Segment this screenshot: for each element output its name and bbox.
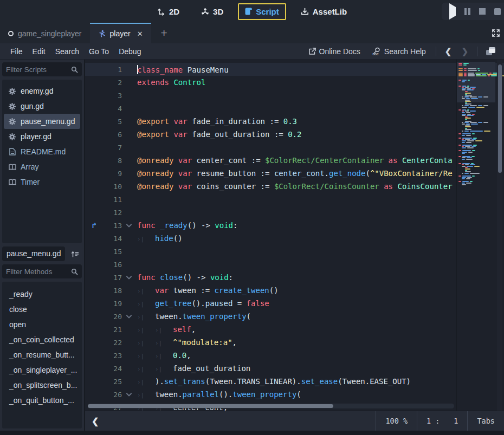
scene-tab-game-singleplayer[interactable]: game_singleplayer — [0, 23, 90, 43]
filter-methods-input[interactable] — [6, 268, 69, 276]
indent-type[interactable]: Tabs — [467, 411, 504, 431]
script-item-gun-gd[interactable]: gun.gd — [4, 99, 80, 114]
stop-button[interactable] — [479, 8, 486, 15]
cursor-separator: : — [435, 417, 440, 425]
zoom-level[interactable]: 100 % — [376, 411, 417, 431]
fold-arrow-icon[interactable] — [122, 276, 136, 280]
menu-item-edit[interactable]: Edit — [28, 47, 50, 56]
code-line-22[interactable]: 22›|›|^"modulate:a", — [85, 336, 504, 349]
play-button[interactable] — [449, 7, 456, 16]
fold-arrow-icon[interactable] — [122, 393, 136, 397]
search-help-label: Search Help — [384, 47, 426, 56]
online-docs-button[interactable]: Online Docs — [304, 47, 365, 56]
filter-scripts-input[interactable] — [6, 66, 69, 74]
code-line-20[interactable]: 20›|tween.tween_property( — [85, 310, 504, 323]
code-text: ›|).set_trans(Tween.TRANS_LINEAR).set_ea… — [137, 377, 411, 386]
nav-assetlib-button[interactable]: AssetLib — [294, 3, 354, 20]
code-line-12[interactable]: 12 — [85, 206, 504, 219]
line-number: 11 — [100, 196, 122, 204]
vertical-scrollbar[interactable] — [497, 60, 502, 411]
method-item-_on_quit_button_[interactable]: _on_quit_button_... — [4, 393, 80, 408]
tab-indent-mark: ›| — [137, 392, 155, 399]
search-icon — [71, 66, 78, 73]
cursor-position[interactable]: 1 :1 — [417, 411, 467, 431]
menu-item-search[interactable]: Search — [50, 47, 84, 56]
scene-tab-player[interactable]: player ✕ — [90, 23, 151, 43]
tab-close-icon[interactable]: ✕ — [137, 30, 143, 38]
script-item-array[interactable]: Array — [4, 159, 80, 174]
tab-indent-mark: ›| — [137, 314, 155, 321]
menu-item-file[interactable]: File — [5, 47, 28, 56]
method-item-_on_coin_collected[interactable]: _on_coin_collected — [4, 332, 80, 347]
nav-3d-button[interactable]: 3D — [194, 3, 230, 20]
method-item-_on_singleplayer_[interactable]: _on_singleplayer_... — [4, 362, 80, 378]
line-number: 26 — [100, 391, 122, 399]
nav-script-button[interactable]: Script — [238, 3, 286, 20]
code-line-5[interactable]: 5@export var fade_in_duration := 0.3 — [85, 115, 504, 128]
fold-arrow-icon[interactable] — [122, 315, 136, 319]
method-item-_ready[interactable]: _ready — [4, 287, 80, 302]
movie-mode-button[interactable] — [494, 8, 501, 15]
minimap-row — [462, 166, 480, 167]
code-line-16[interactable]: 16 — [85, 258, 504, 271]
code-line-25[interactable]: 25›|).set_trans(Tween.TRANS_LINEAR).set_… — [85, 375, 504, 388]
script-item-readme-md[interactable]: README.md — [4, 144, 80, 159]
line-number: 19 — [100, 300, 122, 308]
expand-editor-icon[interactable] — [492, 29, 500, 37]
code-line-10[interactable]: 10@onready var coins_counter := $ColorRe… — [85, 180, 504, 193]
code-line-3[interactable]: 3 — [85, 89, 504, 102]
code-line-18[interactable]: 18›|var tween := create_tween() — [85, 284, 504, 297]
minimap-row — [458, 70, 480, 71]
code-line-2[interactable]: 2extends Control — [85, 76, 504, 89]
tab-indent-mark: ›| — [137, 366, 155, 373]
menu-item-go-to[interactable]: Go To — [84, 47, 114, 56]
horizontal-scrollbar[interactable] — [88, 404, 454, 408]
code-line-7[interactable]: 7 — [85, 141, 504, 154]
code-line-24[interactable]: 24›|›|fade_out_duration — [85, 362, 504, 375]
history-back-button[interactable]: ❮ — [442, 47, 455, 56]
vertical-scrollbar-thumb[interactable] — [498, 64, 502, 173]
collapse-scripts-panel-button[interactable]: ❮ — [92, 416, 99, 426]
code-line-21[interactable]: 21›|›|self, — [85, 323, 504, 336]
make-floating-icon[interactable] — [486, 47, 495, 55]
code-text: ›|get_tree().paused = false — [137, 299, 269, 308]
code-line-4[interactable]: 4 — [85, 102, 504, 115]
script-item-timer[interactable]: Timer — [4, 174, 80, 190]
gear-icon — [8, 118, 16, 125]
code-line-23[interactable]: 23›|›|0.0, — [85, 349, 504, 362]
code-line-11[interactable]: 11 — [85, 193, 504, 206]
code-line-14[interactable]: 14›|hide() — [85, 232, 504, 245]
code-line-1[interactable]: 1class_name PauseMenu — [85, 63, 504, 76]
script-item-pause-menu-gd[interactable]: pause_menu.gd — [4, 114, 80, 129]
code-line-13[interactable]: ↱13func _ready() -> void: — [85, 219, 504, 232]
code-line-19[interactable]: 19›|get_tree().paused = false — [85, 297, 504, 310]
sort-methods-button[interactable] — [68, 247, 82, 261]
script-item-player-gd[interactable]: player.gd — [4, 129, 80, 144]
signal-connection-icon[interactable]: ↱ — [88, 221, 100, 230]
menu-item-debug[interactable]: Debug — [114, 47, 146, 56]
code-line-8[interactable]: 8@onready var center_cont := $ColorRect/… — [85, 154, 504, 167]
method-item-open[interactable]: open — [4, 317, 80, 332]
history-forward-button[interactable]: ❯ — [458, 47, 471, 56]
code-line-9[interactable]: 9@onready var resume_button := center_co… — [85, 167, 504, 180]
method-item-_on_resume_butt[interactable]: _on_resume_butt... — [4, 347, 80, 362]
search-help-button[interactable]: DOC Search Help — [368, 47, 430, 56]
horizontal-scrollbar-thumb[interactable] — [88, 404, 333, 408]
code-line-26[interactable]: 26›|tween.parallel().tween_property( — [85, 388, 504, 401]
code-line-17[interactable]: 17func close() -> void: — [85, 271, 504, 284]
code-editor[interactable]: 1class_name PauseMenu2extends Control345… — [85, 60, 504, 411]
minimap[interactable] — [456, 60, 495, 411]
statusbar-right: 100 % 1 :1 Tabs — [376, 411, 504, 431]
script-item-enemy-gd[interactable]: enemy.gd — [4, 83, 80, 99]
line-number: 23 — [100, 352, 122, 360]
method-item-close[interactable]: close — [4, 302, 80, 317]
fold-arrow-icon[interactable] — [122, 224, 136, 228]
code-line-6[interactable]: 6@export var fade_out_duration := 0.2 — [85, 128, 504, 141]
pause-button[interactable] — [464, 8, 470, 15]
add-scene-tab-button[interactable]: + — [158, 28, 171, 38]
method-item-_on_splitscreen_b[interactable]: _on_splitscreen_b... — [4, 378, 80, 393]
minimap-row — [462, 81, 465, 82]
nav-2d-button[interactable]: 2D — [150, 3, 186, 20]
code-line-15[interactable]: 15 — [85, 245, 504, 258]
tab-indent-mark: ›| — [137, 353, 155, 360]
